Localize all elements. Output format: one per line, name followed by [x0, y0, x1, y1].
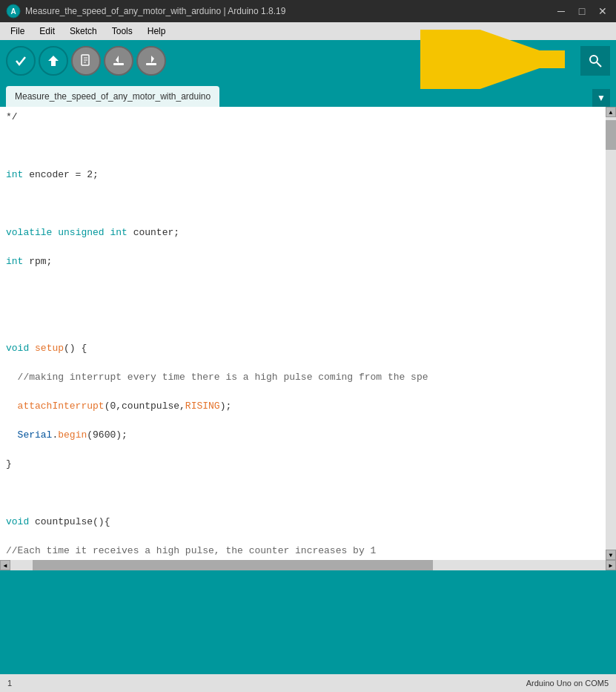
title-bar-controls: ─ □ ✕	[554, 5, 610, 17]
console-area	[0, 570, 616, 674]
menu-bar: File Edit Sketch Tools Help	[0, 22, 616, 40]
svg-point-13	[590, 56, 597, 63]
open-button[interactable]	[104, 46, 133, 76]
code-line: void countpulse(){	[6, 516, 110, 527]
menu-help[interactable]: Help	[142, 24, 172, 38]
title-bar: A Measure_the_speed_of_any_motor_with_ar…	[0, 0, 616, 22]
svg-rect-8	[113, 63, 124, 65]
search-button[interactable]	[580, 46, 610, 76]
svg-rect-10	[146, 63, 156, 65]
code-line: //making interrupt every time there is a…	[6, 372, 428, 383]
tab-dropdown-button[interactable]: ▼	[592, 89, 610, 107]
window-title: Measure_the_speed_of_any_motor_with_ardu…	[25, 6, 285, 16]
status-bar: 1 Arduino Uno on COM5	[0, 674, 616, 692]
new-file-icon	[79, 54, 93, 67]
open-folder-icon	[111, 53, 126, 68]
scroll-right-button[interactable]: ▶	[606, 560, 616, 570]
code-line: }	[6, 458, 12, 469]
horizontal-scrollbar-container: ◀ ▶	[0, 560, 616, 570]
h-scroll-thumb[interactable]	[33, 560, 433, 570]
search-icon	[588, 53, 603, 68]
svg-text:A: A	[10, 7, 16, 16]
tab-bar: Measure_the_speed_of_any_motor_with_ardu…	[0, 82, 616, 107]
vertical-scrollbar: ▲ ▼	[606, 107, 616, 560]
scroll-track	[606, 117, 616, 550]
code-line: */	[6, 111, 18, 122]
scroll-down-button[interactable]: ▼	[606, 550, 616, 560]
save-icon	[144, 53, 159, 68]
checkmark-icon	[13, 53, 28, 68]
board-info: Arduino Uno on COM5	[526, 679, 609, 688]
svg-marker-2	[48, 56, 59, 66]
menu-tools[interactable]: Tools	[106, 24, 139, 38]
close-button[interactable]: ✕	[595, 5, 610, 17]
code-editor[interactable]: */ int encoder = 2; volatile unsigned in…	[0, 107, 606, 560]
active-tab[interactable]: Measure_the_speed_of_any_motor_with_ardu…	[6, 86, 219, 107]
code-line: Serial.begin(9600);	[6, 429, 127, 441]
minimize-button[interactable]: ─	[554, 5, 569, 17]
code-line: volatile unsigned int counter;	[6, 227, 179, 238]
editor-container: */ int encoder = 2; volatile unsigned in…	[0, 107, 616, 560]
tab-label: Measure_the_speed_of_any_motor_with_ardu…	[15, 91, 211, 102]
code-line: void setup() {	[6, 343, 87, 354]
new-button[interactable]	[71, 46, 101, 76]
upload-arrow-icon	[46, 53, 61, 68]
verify-button[interactable]	[6, 46, 36, 76]
svg-marker-7	[116, 56, 119, 63]
code-line: attachInterrupt(0,countpulse,RISING);	[6, 401, 231, 412]
code-line: int rpm;	[6, 256, 52, 267]
h-scroll-track	[10, 560, 606, 570]
scroll-left-button[interactable]: ◀	[0, 560, 10, 570]
svg-marker-9	[151, 56, 154, 63]
arduino-logo-icon: A	[6, 4, 21, 19]
svg-line-14	[597, 62, 601, 67]
save-button[interactable]	[136, 46, 166, 76]
upload-button[interactable]	[39, 46, 68, 76]
toolbar	[0, 40, 616, 82]
title-bar-left: A Measure_the_speed_of_any_motor_with_ar…	[6, 4, 285, 19]
scroll-thumb[interactable]	[606, 120, 616, 150]
scroll-up-button[interactable]: ▲	[606, 107, 616, 117]
code-line: int encoder = 2;	[6, 169, 99, 180]
maximize-button[interactable]: □	[574, 5, 589, 17]
menu-sketch[interactable]: Sketch	[64, 24, 103, 38]
code-line: //Each time it receives a high pulse, th…	[6, 545, 376, 556]
menu-file[interactable]: File	[4, 24, 30, 38]
menu-edit[interactable]: Edit	[33, 24, 61, 38]
line-number: 1	[7, 679, 12, 688]
